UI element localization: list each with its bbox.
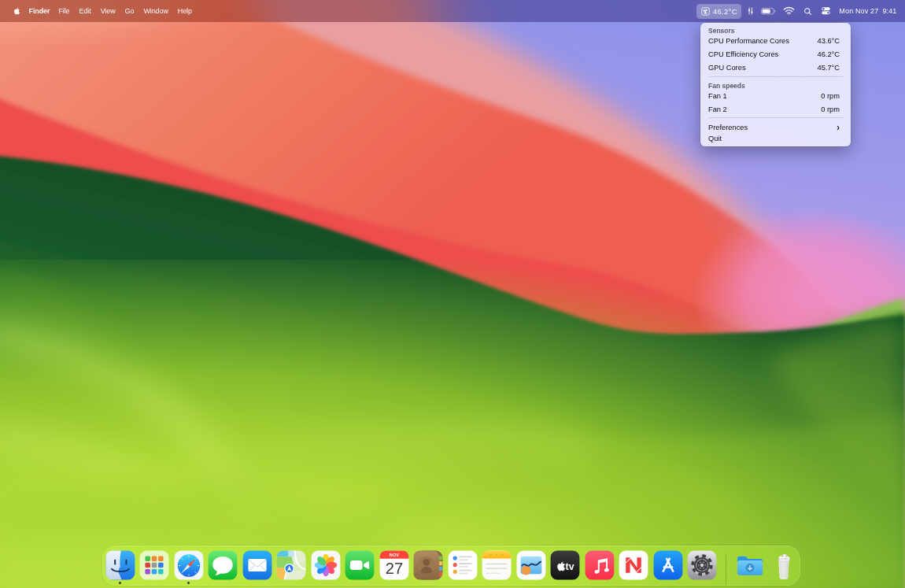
dock-icon-finder[interactable] (105, 550, 135, 580)
dock-icon-maps[interactable] (276, 550, 306, 580)
menu-bar-date: Mon Nov 27 (839, 7, 878, 15)
dock-icon-appstore[interactable] (653, 550, 683, 580)
dock-icon-notes[interactable] (482, 550, 512, 580)
dock-icon-facetime[interactable] (345, 550, 375, 580)
menu-edit[interactable]: Edit (75, 0, 96, 22)
wifi-menu-extra[interactable] (783, 0, 795, 22)
desktop: Finder File Edit View Go Window Help 46.… (0, 0, 905, 588)
menu-file[interactable]: File (54, 0, 74, 22)
dock-icon-contacts[interactable] (413, 550, 443, 580)
temperature-value: 46.2°C (713, 7, 737, 16)
fan-icon (701, 7, 710, 16)
dock-icon-mail[interactable] (242, 550, 272, 580)
menu-item-cpu-efficiency[interactable]: CPU Efficiency Cores 46.2°C (708, 48, 840, 61)
menu-help[interactable]: Help (173, 0, 197, 22)
dock-icon-tv[interactable]: tv (550, 550, 580, 580)
dock-icon-calendar[interactable]: NOV 27 (379, 550, 409, 580)
apple-menu[interactable] (8, 0, 25, 22)
battery-menu-extra[interactable] (761, 0, 777, 22)
temperature-menu-extra[interactable]: 46.2°C (696, 4, 741, 19)
tv-logo-text: tv (566, 561, 574, 572)
clock-menu-extra[interactable]: Mon Nov 27 9:41 (839, 7, 896, 15)
calendar-day: 27 (386, 560, 403, 577)
calendar-month: NOV (390, 553, 400, 557)
dock-icon-downloads-folder[interactable] (735, 550, 765, 580)
menu-bar-status: 46.2°C (696, 0, 905, 22)
dock-icon-safari[interactable] (174, 550, 204, 580)
menu-bar-left: Finder File Edit View Go Window Help (0, 0, 197, 22)
menu-view[interactable]: View (96, 0, 120, 22)
dock: NOV 27 (102, 545, 800, 586)
dock-apps: NOV 27 (102, 545, 801, 585)
dock-icon-launchpad[interactable] (139, 550, 169, 580)
running-indicator-dot (119, 582, 121, 584)
dock-icon-news[interactable] (619, 550, 648, 580)
menu-bar-time: 9:41 (882, 7, 896, 15)
menu-item-gpu-cores[interactable]: GPU Cores 45.7°C (708, 61, 840, 74)
spotlight-menu-extra[interactable] (803, 0, 812, 22)
running-indicator-dot (187, 582, 190, 584)
menu-finder[interactable]: Finder (25, 0, 54, 22)
menu-separator (708, 117, 843, 118)
apple-logo-icon (13, 7, 20, 15)
menu-bar: Finder File Edit View Go Window Help 46.… (0, 0, 905, 22)
dock-icon-system-settings[interactable] (687, 550, 717, 580)
control-center-icon (822, 7, 830, 15)
menu-go[interactable]: Go (120, 0, 139, 22)
dock-icon-music[interactable] (585, 550, 615, 580)
dock-icon-trash[interactable] (769, 550, 799, 580)
dock-icon-reminders[interactable] (448, 550, 478, 580)
menu-separator (708, 76, 843, 77)
dock-icon-freeform[interactable] (516, 550, 546, 580)
menu-item-quit[interactable]: Quit (708, 132, 840, 145)
control-center-menu-extra[interactable] (822, 0, 830, 22)
battery-icon (761, 7, 777, 16)
menu-item-fan-2[interactable]: Fan 2 0 rpm (708, 103, 840, 116)
wifi-icon (783, 6, 795, 16)
menu-item-cpu-performance[interactable]: CPU Performance Cores 43.6°C (708, 35, 840, 47)
sensors-dropdown-menu: Sensors CPU Performance Cores 43.6°C CPU… (700, 23, 851, 146)
search-icon (803, 7, 812, 16)
dock-icon-photos[interactable] (311, 550, 341, 580)
sliders-menu-extra[interactable] (746, 0, 755, 22)
dock-separator (726, 555, 726, 585)
sliders-icon (746, 6, 755, 16)
menu-window[interactable]: Window (139, 0, 172, 22)
menu-item-fan-1[interactable]: Fan 1 0 rpm (708, 90, 840, 102)
dock-icon-messages[interactable] (208, 550, 238, 580)
